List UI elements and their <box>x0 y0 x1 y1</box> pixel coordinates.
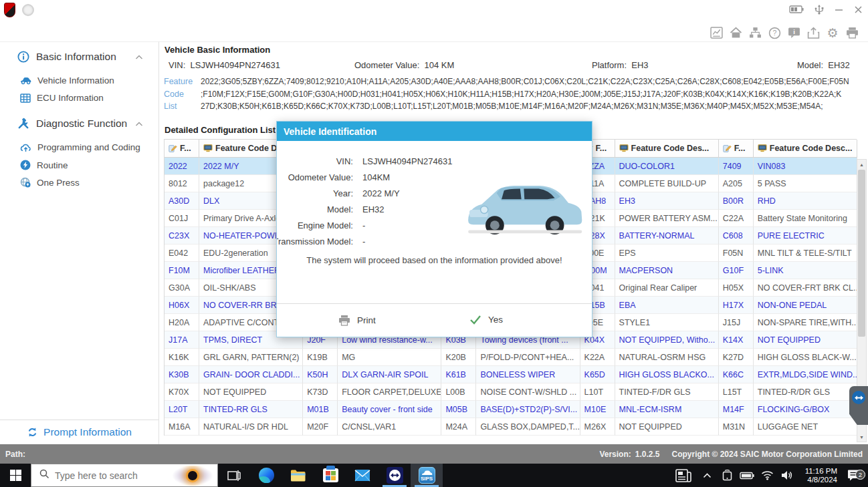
feature-code-cell[interactable]: M16A <box>165 418 199 436</box>
feature-desc-cell[interactable]: C/CNSL,VAR1 <box>338 418 441 436</box>
feature-desc-cell[interactable]: Battery State Monitoring <box>754 210 857 227</box>
table-row[interactable]: K70XNOT EQUIPPEDK73DFLOOR CARPET,DELUXEL… <box>165 383 857 401</box>
feature-code-cell[interactable]: C22A <box>719 210 754 227</box>
feature-desc-cell[interactable]: BASE(D)+STD2(P)-S/VI... <box>476 401 580 418</box>
feature-code-cell[interactable]: H20A <box>165 314 199 331</box>
feature-desc-cell[interactable]: VIN083 <box>754 158 857 175</box>
feature-code-cell[interactable]: M10E <box>580 401 615 418</box>
feature-desc-header[interactable]: Feature Code Des... <box>615 140 719 158</box>
feature-desc-cell[interactable]: EH3 <box>615 192 719 210</box>
feature-code-cell[interactable]: K20B <box>441 349 476 366</box>
feature-code-cell[interactable]: 2022 <box>165 158 199 175</box>
search-input[interactable] <box>55 470 155 481</box>
feature-code-cell[interactable]: K16K <box>165 349 199 366</box>
feature-desc-cell[interactable]: BONELESS WIPER <box>476 366 580 383</box>
table-row[interactable]: K30BGRAIN- DOOR CLADDI...K50HDLX GARN-AI… <box>165 366 857 383</box>
close-button[interactable] <box>854 5 863 14</box>
scroll-down-arrow[interactable]: ▼ <box>857 432 866 442</box>
feature-code-cell[interactable]: L20T <box>165 401 199 418</box>
scroll-up-arrow[interactable]: ▲ <box>857 160 866 169</box>
feature-code-cell[interactable]: H05X <box>719 279 754 297</box>
feature-desc-cell[interactable]: FLOCKING-G/BOX <box>754 401 857 418</box>
feature-code-cell[interactable]: J15J <box>719 314 754 331</box>
feature-code-cell[interactable]: F10M <box>165 262 199 279</box>
feature-code-cell[interactable]: A205 <box>719 175 754 192</box>
feature-code-cell[interactable]: K22A <box>580 349 615 366</box>
feature-code-cell[interactable]: F05N <box>719 245 754 262</box>
feature-desc-cell[interactable]: RHD <box>754 192 857 210</box>
scrollbar-thumb[interactable] <box>858 170 865 337</box>
sidebar-section-basic-information[interactable]: Basic Information <box>17 51 148 63</box>
feature-desc-cell[interactable]: GLASS BOX,DAMPED,T... <box>476 418 580 436</box>
feature-desc-cell[interactable]: COMPLETE BUILD-UP <box>615 175 719 192</box>
feature-desc-cell[interactable]: MNL-ECM-ISRM <box>615 401 719 418</box>
feature-code-cell[interactable]: K73D <box>303 383 338 401</box>
news-widget-icon[interactable] <box>670 469 697 482</box>
volume-icon[interactable] <box>777 470 797 480</box>
feature-desc-cell[interactable]: POWER BATTERY ASM... <box>615 210 719 227</box>
feature-code-cell[interactable]: B00R <box>719 192 754 210</box>
tray-expand-chevron-icon[interactable] <box>697 473 717 478</box>
feature-desc-cell[interactable]: NOT EQUIPPED, Witho... <box>615 331 719 349</box>
sidebar-item-one-press[interactable]: One Press <box>20 177 80 188</box>
feature-desc-cell[interactable]: TINTED-F/DR GLS <box>615 383 719 401</box>
feature-code-cell[interactable]: M26X <box>580 418 615 436</box>
feature-desc-cell[interactable]: 5-LINK <box>754 262 857 279</box>
feature-desc-cell[interactable]: NO COVER-FRT BRK CL... <box>754 279 857 297</box>
feature-desc-cell[interactable]: PURE ELECTRIC <box>754 227 857 245</box>
feature-desc-cell[interactable]: MNL TILT & TELE-S/TILT <box>754 245 857 262</box>
feature-desc-cell[interactable]: NON-SPARE TIRE,WITH... <box>754 314 857 331</box>
edge-browser-icon[interactable] <box>250 464 282 487</box>
feature-desc-cell[interactable]: LUGGAGE NET <box>754 418 857 436</box>
settings-gear-icon[interactable]: ⚙ <box>826 26 839 39</box>
taskbar-search[interactable] <box>31 464 218 487</box>
yes-button[interactable]: Yes <box>469 315 503 325</box>
share-icon[interactable] <box>806 26 820 39</box>
battery-tray-icon[interactable] <box>737 472 757 480</box>
feature-code-cell[interactable]: J17A <box>165 331 199 349</box>
feature-code-cell[interactable]: L15T <box>719 383 754 401</box>
feature-desc-header[interactable]: Feature Code Desc... <box>754 140 857 158</box>
feature-desc-cell[interactable]: P/FOLD-P/CONT+HEA... <box>476 349 580 366</box>
print-icon[interactable] <box>845 26 859 39</box>
feature-code-cell[interactable]: 8012 <box>165 175 199 192</box>
feature-code-cell[interactable]: K50H <box>303 366 338 383</box>
table-row[interactable]: M16ANATURAL-I/S DR HDLM20FC/CNSL,VAR1M24… <box>165 418 857 436</box>
sidebar-section-diagnostic-function[interactable]: Diagnostic Function <box>17 118 148 130</box>
feature-code-header[interactable]: F... <box>165 140 199 158</box>
report-icon[interactable] <box>710 26 723 39</box>
feature-desc-cell[interactable]: GRAIN- DOOR CLADDI... <box>199 366 303 383</box>
feature-code-cell[interactable]: M31N <box>719 418 754 436</box>
feature-desc-cell[interactable]: TINTED-R/DR GLS <box>754 383 857 401</box>
feature-code-cell[interactable]: K65D <box>580 366 615 383</box>
feature-code-cell[interactable]: K19B <box>303 349 338 366</box>
feature-code-cell[interactable]: C23X <box>165 227 199 245</box>
feature-code-cell[interactable]: M14F <box>719 401 754 418</box>
feature-desc-cell[interactable]: EBA <box>615 297 719 314</box>
feature-desc-cell[interactable]: BATTERY-NORMAL <box>615 227 719 245</box>
print-button[interactable]: Print <box>338 315 376 326</box>
mail-icon[interactable] <box>346 464 378 487</box>
taskbar-clock[interactable]: 11:16 PM 4/8/2024 <box>797 467 840 484</box>
minimize-button[interactable] <box>835 5 843 14</box>
search-highlight-eclipse-image[interactable] <box>172 466 213 486</box>
sidebar-item-vehicle-information[interactable]: Vehicle Information <box>20 75 114 86</box>
feature-code-cell[interactable]: K66C <box>719 366 754 383</box>
feature-desc-cell[interactable]: DLX GARN-AIR SPOIL <box>338 366 441 383</box>
notification-center-button[interactable]: 2 <box>840 469 868 482</box>
feature-code-cell[interactable]: M20F <box>303 418 338 436</box>
feature-desc-cell[interactable]: NOISE CONT-W/SHLD ... <box>476 383 580 401</box>
feature-code-cell[interactable]: G30A <box>165 279 199 297</box>
info-bubble-icon[interactable]: i <box>787 26 800 39</box>
sitemap-icon[interactable] <box>748 26 762 39</box>
table-row[interactable]: L20TTINTED-RR GLSM01BBeauty cover - fron… <box>165 401 857 418</box>
feature-code-cell[interactable]: H06X <box>165 297 199 314</box>
sips-app-taskbar-icon[interactable]: SIPS <box>411 464 443 487</box>
feature-code-cell[interactable]: L00B <box>441 383 476 401</box>
feature-desc-cell[interactable]: FLOOR CARPET,DELUXE <box>338 383 441 401</box>
sidebar-item-programming-and-coding[interactable]: Programming and Coding <box>20 142 140 152</box>
feature-desc-cell[interactable]: NOT EQUIPPED <box>199 383 303 401</box>
feature-desc-cell[interactable]: NATURAL-OSRM HSG <box>615 349 719 366</box>
microsoft-store-icon[interactable] <box>314 464 346 487</box>
home-icon[interactable] <box>729 26 742 39</box>
